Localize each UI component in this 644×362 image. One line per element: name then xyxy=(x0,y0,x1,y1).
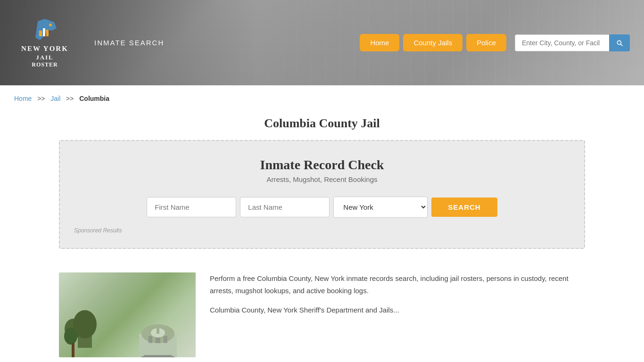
svg-point-15 xyxy=(64,328,77,345)
svg-rect-2 xyxy=(43,28,45,36)
record-check-form: New York Alabama Alaska Arizona Californ… xyxy=(74,197,570,218)
svg-rect-9 xyxy=(164,336,167,343)
logo-line3: ROSTER xyxy=(21,61,68,69)
nav-county-jails-button[interactable]: County Jails xyxy=(403,34,462,51)
breadcrumb-home[interactable]: Home xyxy=(14,95,32,102)
record-check-box: Inmate Record Check Arrests, Mugshot, Re… xyxy=(59,140,585,249)
breadcrumb-sep-2: >> xyxy=(64,95,75,102)
lower-paragraph-2: Columbia County, New York Sheriff's Depa… xyxy=(210,304,585,316)
logo-area[interactable]: NEW YORK JAIL ROSTER xyxy=(14,16,75,69)
state-select[interactable]: New York Alabama Alaska Arizona Californ… xyxy=(333,197,428,218)
page-title: Columbia County Jail xyxy=(0,116,644,131)
logo-icon xyxy=(31,16,59,42)
nav-home-button[interactable]: Home xyxy=(360,34,399,51)
nav-area: Home County Jails Police xyxy=(360,34,630,51)
logo-line2: JAIL xyxy=(21,54,68,62)
building-svg xyxy=(130,310,186,357)
record-check-title: Inmate Record Check xyxy=(74,157,570,173)
last-name-input[interactable] xyxy=(240,197,330,217)
header: NEW YORK JAIL ROSTER INMATE SEARCH Home … xyxy=(0,0,644,85)
tree-svg xyxy=(61,310,90,357)
lower-paragraph-1: Perform a free Columbia County, New York… xyxy=(210,272,585,296)
svg-rect-3 xyxy=(46,30,49,36)
breadcrumb: Home >> Jail >> Columbia xyxy=(0,85,644,112)
header-search-button[interactable] xyxy=(609,34,630,51)
svg-marker-0 xyxy=(35,19,57,40)
page-title-section: Columbia County Jail xyxy=(0,112,644,140)
lower-text: Perform a free Columbia County, New York… xyxy=(210,272,585,357)
record-search-button[interactable]: SEARCH xyxy=(431,197,497,217)
header-search-area xyxy=(515,34,630,51)
svg-rect-13 xyxy=(141,356,174,357)
sponsored-label: Sponsored Results xyxy=(74,227,570,234)
logo-line1: NEW YORK xyxy=(21,44,68,54)
svg-point-4 xyxy=(49,24,52,26)
header-search-input[interactable] xyxy=(515,34,609,51)
search-icon xyxy=(616,39,623,47)
first-name-input[interactable] xyxy=(147,197,236,217)
svg-rect-11 xyxy=(157,324,159,334)
lower-content: Perform a free Columbia County, New York… xyxy=(0,263,644,362)
logo-text: NEW YORK JAIL ROSTER xyxy=(21,44,68,69)
svg-rect-7 xyxy=(149,336,152,343)
breadcrumb-jail[interactable]: Jail xyxy=(50,95,60,102)
header-content: NEW YORK JAIL ROSTER INMATE SEARCH Home … xyxy=(0,0,644,85)
svg-rect-1 xyxy=(39,31,42,36)
nav-police-button[interactable]: Police xyxy=(466,34,506,51)
record-check-subtitle: Arrests, Mugshot, Recent Bookings xyxy=(74,175,570,183)
breadcrumb-current: Columbia xyxy=(79,95,109,102)
inmate-search-label: INMATE SEARCH xyxy=(94,39,164,47)
lower-image xyxy=(59,272,196,357)
breadcrumb-sep-1: >> xyxy=(35,95,47,102)
svg-rect-16 xyxy=(72,343,74,357)
